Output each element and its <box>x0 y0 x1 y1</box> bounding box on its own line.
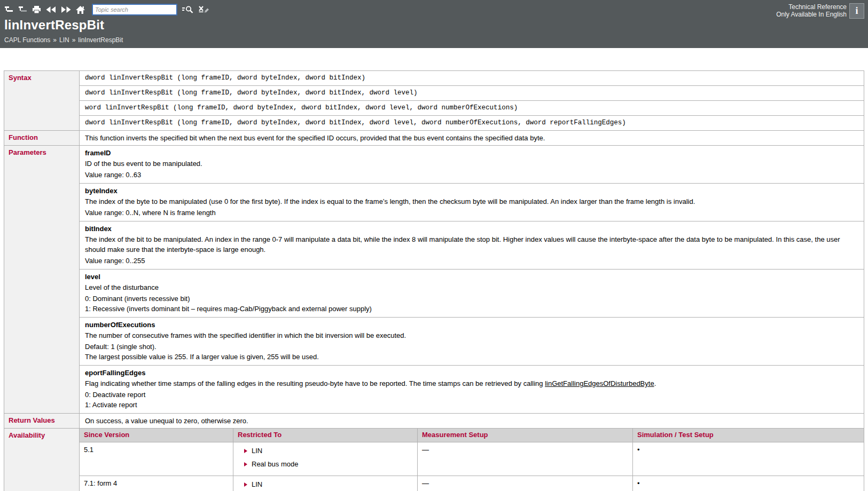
breadcrumb-item-capl-functions[interactable]: CAPL Functions <box>4 36 50 44</box>
param-name: level <box>85 272 858 281</box>
meta-line2: Only Available In English <box>776 11 847 18</box>
col-header-restricted-to: Restricted To <box>233 429 418 442</box>
back-icon[interactable] <box>46 6 56 13</box>
arrow-bullet-icon <box>244 462 247 466</box>
param-option: 0: Deactivate report <box>85 390 858 400</box>
restricted-to-cell: LIN Real bus mode <box>233 476 418 491</box>
param-desc: The index of the byte to be manipulated … <box>85 196 858 207</box>
param-numberofexecutions: numberOfExecutions The number of consecu… <box>80 318 864 366</box>
breadcrumb-separator: » <box>53 36 57 44</box>
param-name: eportFallingEdges <box>85 368 858 377</box>
breadcrumb: CAPL Functions»LIN»linInvertRespBit <box>4 36 123 44</box>
col-header-since-version: Since Version <box>80 429 233 442</box>
header-bar: Technical Reference Only Available In En… <box>0 0 868 48</box>
meta-line1: Technical Reference <box>776 3 847 11</box>
param-desc: The number of consecutive frames with th… <box>85 330 858 340</box>
param-range: Value range: 0..255 <box>85 256 858 266</box>
header-meta: Technical Reference Only Available In En… <box>776 3 847 18</box>
availability-cell: Since Version Restricted To Measurement … <box>80 429 864 491</box>
toc-tree-icon[interactable] <box>4 6 13 13</box>
measurement-setup-cell: — <box>418 442 633 476</box>
simulation-test-setup-cell: • <box>633 442 864 476</box>
toolbar <box>0 0 868 16</box>
search-icon[interactable] <box>182 5 193 14</box>
param-name: bitIndex <box>85 224 858 233</box>
restricted-to-cell: LIN Real bus mode <box>233 442 418 476</box>
restricted-item: LIN <box>244 446 413 456</box>
breadcrumb-item-current: linInvertRespBit <box>78 36 123 44</box>
page-title: linInvertRespBit <box>4 18 104 33</box>
param-desc: ID of the bus event to be manipulated. <box>85 159 858 169</box>
measurement-setup-cell: — <box>418 476 633 491</box>
function-text: This function inverts the specified bit … <box>80 131 864 146</box>
restricted-item-label: LIN <box>252 479 262 489</box>
param-name: byteIndex <box>85 186 858 195</box>
link-linGetFallingEdgesOfDisturbedByte[interactable]: linGetFallingEdgesOfDisturbedByte <box>545 379 654 387</box>
since-version-cell: 7.1: form 4 <box>80 476 233 491</box>
syntax-label: Syntax <box>4 71 80 131</box>
param-desc-prefix: Flag indicating whether time stamps of t… <box>85 379 545 387</box>
parameters-label: Parameters <box>4 146 80 414</box>
breadcrumb-item-lin[interactable]: LIN <box>59 36 69 44</box>
arrow-bullet-icon <box>244 449 247 453</box>
availability-row: 7.1: form 4 LIN Real bus mode — <box>80 476 864 491</box>
syntax-line: word linInvertRespBit (long frameID, dwo… <box>80 101 864 116</box>
availability-header-row: Since Version Restricted To Measurement … <box>80 429 864 442</box>
param-range: Value range: 0..63 <box>85 170 858 180</box>
syntax-line: dword linInvertRespBit (long frameID, dw… <box>80 86 864 101</box>
param-note: Default: 1 (single shot). <box>85 342 858 352</box>
forward-icon[interactable] <box>61 6 71 13</box>
param-desc: The index of the bit to be manipulated. … <box>85 234 858 255</box>
toc-sync-icon[interactable] <box>18 6 27 13</box>
breadcrumb-separator: » <box>72 36 76 44</box>
param-name: numberOfExecutions <box>85 320 858 329</box>
param-range: Value range: 0..N, where N is frame leng… <box>85 208 858 218</box>
topic-search-input[interactable] <box>92 4 177 15</box>
restricted-item-label: Real bus mode <box>252 459 298 469</box>
restricted-item: Real bus mode <box>244 459 413 469</box>
syntax-line: dword linInvertRespBit (long frameID, dw… <box>80 71 864 86</box>
param-option: 0: Dominant (inverts recessive bit) <box>85 294 858 304</box>
col-header-simulation-test-setup: Simulation / Test Setup <box>633 429 864 442</box>
param-desc: Level of the disturbance <box>85 282 858 292</box>
since-version-cell: 5.1 <box>80 442 233 476</box>
return-values-label: Return Values <box>4 414 80 429</box>
print-icon[interactable] <box>32 6 41 14</box>
param-note: The largest possible value is 255. If a … <box>85 352 858 362</box>
availability-table: Since Version Restricted To Measurement … <box>80 429 864 491</box>
syntax-line: dword linInvertRespBit (long frameID, dw… <box>80 116 864 131</box>
col-header-measurement-setup: Measurement Setup <box>418 429 633 442</box>
help-viewer-page: Technical Reference Only Available In En… <box>0 0 868 491</box>
param-level: level Level of the disturbance 0: Domina… <box>80 270 864 318</box>
param-reportfallingedges: eportFallingEdges Flag indicating whethe… <box>80 366 864 414</box>
function-label: Function <box>4 131 80 146</box>
info-icon[interactable]: i <box>849 3 864 19</box>
restricted-item: LIN <box>244 479 413 489</box>
simulation-test-setup-cell: • <box>633 476 864 491</box>
param-bitindex: bitIndex The index of the bit to be mani… <box>80 221 864 270</box>
param-desc: Flag indicating whether time stamps of t… <box>85 378 858 389</box>
doc-table: Syntax dword linInvertRespBit (long fram… <box>4 70 864 491</box>
home-icon[interactable] <box>76 6 85 14</box>
restricted-item-label: LIN <box>252 446 262 456</box>
availability-label: Availability <box>4 429 80 491</box>
param-desc-suffix: . <box>654 379 656 387</box>
clear-highlights-icon[interactable] <box>198 5 209 14</box>
param-option: 1: Recessive (inverts dominant bit – req… <box>85 304 858 314</box>
return-values-text: On success, a value unequal to zero, oth… <box>80 414 864 429</box>
arrow-bullet-icon <box>244 482 247 487</box>
param-name: frameID <box>85 148 858 157</box>
param-frameid: frameID ID of the bus event to be manipu… <box>80 146 864 184</box>
param-option: 1: Activate report <box>85 400 858 410</box>
availability-row: 5.1 LIN Real bus mode — <box>80 442 864 476</box>
param-byteindex: byteIndex The index of the byte to be ma… <box>80 184 864 221</box>
